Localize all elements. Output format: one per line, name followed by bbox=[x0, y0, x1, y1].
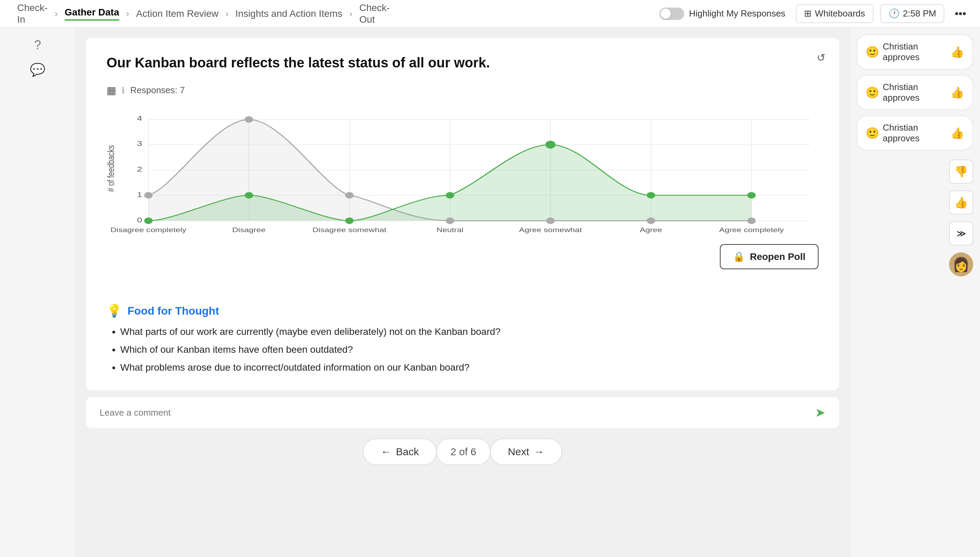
highlight-toggle-switch[interactable] bbox=[659, 8, 684, 20]
next-arrow-icon: → bbox=[534, 446, 544, 458]
gray-point-4 bbox=[546, 218, 555, 224]
back-label: Back bbox=[396, 446, 419, 458]
chart-svg: # of feedbacks 0 1 2 3 4 bbox=[107, 103, 818, 234]
right-sidebar: 🙂 Christian approves 👍 🙂 Christian appro… bbox=[849, 28, 980, 557]
nav-step-insights[interactable]: Insights and Action Items bbox=[229, 8, 349, 20]
comment-card: ➤ bbox=[86, 397, 839, 428]
chat-icon[interactable]: 💬 bbox=[30, 63, 45, 77]
highlight-toggle-label: Highlight My Responses bbox=[689, 8, 785, 19]
whiteboards-label: Whiteboards bbox=[815, 8, 865, 19]
refresh-icon[interactable]: ↺ bbox=[817, 52, 825, 64]
thumbs-up-button[interactable]: 👍 bbox=[949, 191, 973, 215]
green-point-2 bbox=[346, 218, 354, 224]
food-item-2: What problems arose due to incorrect/out… bbox=[120, 362, 818, 373]
pagination-controls: ← Back 2 of 6 Next → bbox=[86, 438, 839, 465]
thumb-emoji-1: 👍 bbox=[951, 86, 964, 99]
main-layout: ? 💬 ↺ Our Kanban board reflects the late… bbox=[0, 28, 980, 557]
step-label-gather-data: Gather Data bbox=[65, 7, 119, 21]
reaction-icon-buttons: 👎 👍 ≫ 👩 bbox=[857, 160, 973, 277]
green-point-3 bbox=[446, 192, 454, 199]
step-label-check-in: Check-In bbox=[17, 2, 48, 25]
green-point-4 bbox=[545, 141, 555, 148]
more-button[interactable]: ••• bbox=[951, 7, 970, 20]
green-point-6 bbox=[747, 192, 756, 199]
reaction-card-1: 🙂 Christian approves 👍 bbox=[857, 75, 973, 110]
main-card: ↺ Our Kanban board reflects the latest s… bbox=[86, 38, 839, 390]
step-label-action-item: Action Item Review bbox=[136, 8, 219, 20]
reopen-poll-label: Reopen Poll bbox=[750, 251, 805, 262]
svg-text:Disagree: Disagree bbox=[232, 226, 266, 234]
food-title-text: Food for Thought bbox=[128, 305, 219, 318]
food-list: What parts of our work are currently (ma… bbox=[107, 326, 818, 373]
gray-point-3 bbox=[446, 218, 454, 224]
left-sidebar: ? 💬 bbox=[0, 28, 76, 557]
info-icon: ℹ bbox=[122, 86, 125, 95]
face-emoji-2: 🙂 bbox=[866, 127, 879, 140]
reopen-poll-button[interactable]: 🔒 Reopen Poll bbox=[720, 244, 818, 269]
question-icon[interactable]: ? bbox=[34, 38, 41, 52]
next-button[interactable]: Next → bbox=[490, 438, 562, 465]
chart-container: # of feedbacks 0 1 2 3 4 bbox=[107, 103, 818, 234]
reaction-text-0: Christian approves bbox=[883, 41, 947, 63]
gray-point-1 bbox=[245, 116, 253, 123]
reaction-card-0: 🙂 Christian approves 👍 bbox=[857, 34, 973, 70]
face-emoji-1: 🙂 bbox=[866, 86, 879, 99]
back-arrow-icon: ← bbox=[381, 446, 391, 458]
content-area: ↺ Our Kanban board reflects the latest s… bbox=[76, 28, 849, 557]
y-axis-label: # of feedbacks bbox=[107, 145, 116, 192]
step-label-insights: Insights and Action Items bbox=[235, 8, 342, 20]
reaction-card-2: 🙂 Christian approves 👍 bbox=[857, 116, 973, 151]
gray-point-6 bbox=[747, 218, 756, 224]
time-button[interactable]: 🕐 2:58 PM bbox=[880, 4, 944, 23]
face-emoji-0: 🙂 bbox=[866, 46, 879, 59]
green-point-5 bbox=[647, 192, 655, 199]
food-for-thought-section: 💡 Food for Thought What parts of our wor… bbox=[107, 304, 818, 373]
gray-point-0 bbox=[144, 192, 153, 199]
green-point-1 bbox=[245, 192, 253, 199]
svg-text:Agree: Agree bbox=[640, 226, 662, 234]
lock-icon: 🔒 bbox=[733, 251, 745, 262]
gray-point-2 bbox=[346, 192, 354, 199]
thumbs-down-button[interactable]: 👎 bbox=[949, 160, 973, 184]
nav-step-action-item-review[interactable]: Action Item Review bbox=[129, 8, 226, 20]
whiteboards-button[interactable]: ⊞ Whiteboards bbox=[796, 4, 873, 23]
page-indicator: 2 of 6 bbox=[436, 438, 491, 465]
green-point-0 bbox=[144, 218, 153, 224]
responses-row: ▦ ℹ Responses: 7 bbox=[107, 84, 818, 96]
svg-text:Neutral: Neutral bbox=[436, 226, 464, 234]
svg-text:4: 4 bbox=[137, 114, 142, 122]
lightbulb-icon: 💡 bbox=[107, 304, 122, 318]
responses-label: Responses: 7 bbox=[130, 85, 185, 96]
nav-step-check-out[interactable]: Check-Out bbox=[352, 2, 397, 25]
chevron-icon-1: › bbox=[55, 8, 58, 19]
svg-text:2: 2 bbox=[137, 165, 142, 173]
chevron-icon-2: › bbox=[126, 8, 129, 19]
time-label: 2:58 PM bbox=[903, 8, 936, 19]
step-label-check-out: Check-Out bbox=[359, 2, 390, 25]
svg-text:0: 0 bbox=[137, 216, 142, 224]
thumb-emoji-0: 👍 bbox=[951, 46, 964, 59]
toggle-knob bbox=[660, 8, 671, 19]
nav-step-gather-data[interactable]: Gather Data bbox=[58, 7, 126, 21]
chevron-icon-3: › bbox=[226, 8, 229, 19]
nav-step-check-in[interactable]: Check-In bbox=[10, 2, 55, 25]
svg-text:Disagree somewhat: Disagree somewhat bbox=[312, 226, 386, 234]
avatar: 👩 bbox=[949, 252, 973, 277]
svg-text:Disagree completely: Disagree completely bbox=[110, 226, 187, 234]
back-button[interactable]: ← Back bbox=[363, 438, 437, 465]
send-icon[interactable]: ➤ bbox=[815, 406, 825, 420]
comment-input[interactable] bbox=[100, 407, 808, 418]
svg-text:Agree somewhat: Agree somewhat bbox=[519, 226, 582, 234]
food-title: 💡 Food for Thought bbox=[107, 304, 818, 318]
svg-text:3: 3 bbox=[137, 139, 142, 147]
bar-chart-icon: ▦ bbox=[107, 84, 116, 96]
forward-button[interactable]: ≫ bbox=[949, 221, 973, 246]
reaction-text-2: Christian approves bbox=[883, 122, 947, 144]
highlight-toggle-container[interactable]: Highlight My Responses bbox=[659, 8, 785, 20]
chevron-icon-4: › bbox=[349, 8, 352, 19]
next-label: Next bbox=[508, 446, 529, 458]
whiteboards-icon: ⊞ bbox=[804, 8, 811, 19]
reaction-text-1: Christian approves bbox=[883, 82, 947, 103]
clock-icon: 🕐 bbox=[889, 8, 900, 19]
food-item-1: Which of our Kanban items have often bee… bbox=[120, 344, 818, 355]
